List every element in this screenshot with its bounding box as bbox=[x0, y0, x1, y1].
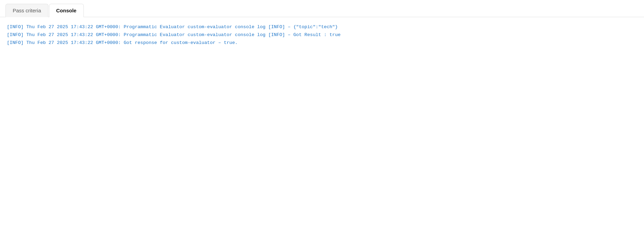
tab-bar: Pass criteria Console bbox=[0, 0, 644, 17]
log-line: [INFO] Thu Feb 27 2025 17:43:22 GMT+0000… bbox=[7, 31, 637, 39]
tab-pass-criteria[interactable]: Pass criteria bbox=[5, 4, 48, 17]
log-line: [INFO] Thu Feb 27 2025 17:43:22 GMT+0000… bbox=[7, 39, 637, 47]
tab-console[interactable]: Console bbox=[49, 4, 84, 17]
log-line: [INFO] Thu Feb 27 2025 17:43:22 GMT+0000… bbox=[7, 23, 637, 31]
console-output: [INFO] Thu Feb 27 2025 17:43:22 GMT+0000… bbox=[0, 17, 644, 53]
